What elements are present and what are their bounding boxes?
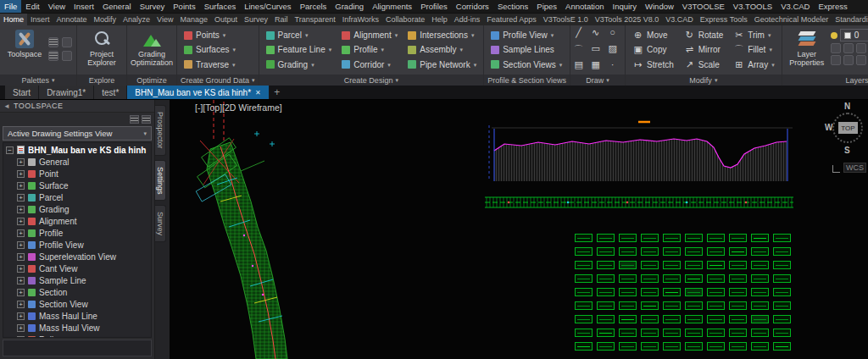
menu-item[interactable]: Survey <box>136 0 170 14</box>
expand-icon[interactable]: + <box>17 312 25 320</box>
expand-icon[interactable]: + <box>17 301 25 308</box>
tree-item[interactable]: + Mass Haul Line <box>3 310 151 322</box>
panel-label-optimize[interactable]: Optimize <box>127 75 176 86</box>
table-icon[interactable]: ▦ <box>590 59 601 74</box>
ribbon-tab[interactable]: Home <box>0 14 27 25</box>
expand-icon[interactable]: + <box>17 206 25 213</box>
expand-icon[interactable]: + <box>17 289 25 296</box>
menu-item[interactable]: View <box>44 0 70 14</box>
layer-on-bulb-icon[interactable] <box>831 32 837 39</box>
view-selector-dropdown[interactable]: Active Drawing Settings View ▾ <box>3 126 152 141</box>
menu-item[interactable]: Edit <box>21 0 43 14</box>
viewcube[interactable]: N W TOP S WCS <box>827 102 868 186</box>
properties-palette-icon[interactable] <box>48 37 58 47</box>
tree-item[interactable]: + Grading <box>3 203 151 215</box>
toolspace-side-tab[interactable]: Settings <box>155 160 166 202</box>
ribbon-button[interactable]: ⇌ Mirror <box>680 42 727 57</box>
ribbon-button[interactable]: Profile View ▾ <box>487 28 566 42</box>
expand-icon[interactable]: + <box>17 336 25 339</box>
tree-item[interactable]: + Point <box>3 168 151 180</box>
panel-label-palettes[interactable]: Palettes ▾ <box>0 75 76 86</box>
ribbon-tab[interactable]: Add-ins <box>451 14 484 25</box>
ribbon-button[interactable]: ↗ Scale <box>680 58 727 72</box>
tree-item[interactable]: + Profile View <box>3 239 151 251</box>
ribbon-button[interactable]: Profile ▾ <box>337 42 402 57</box>
menu-item[interactable]: Express <box>814 0 851 14</box>
grading-optimization-button[interactable]: Grading Optimization <box>130 27 174 73</box>
menu-item[interactable]: File <box>0 0 21 14</box>
ribbon-tab[interactable]: InfraWorks <box>339 14 382 25</box>
document-tab[interactable]: test* ✕ <box>94 86 127 99</box>
expand-icon[interactable]: + <box>17 170 25 178</box>
project-explorer-button[interactable]: Project Explorer <box>80 27 124 73</box>
menu-item[interactable]: V3.CAD <box>776 0 814 14</box>
menu-item[interactable]: Surfaces <box>200 0 241 14</box>
ribbon-tab[interactable]: Output <box>211 14 241 25</box>
arc-icon[interactable]: ⌒ <box>573 43 584 58</box>
menu-item[interactable]: Parcels <box>296 0 331 14</box>
panel-label-create-ground-data[interactable]: Create Ground Data ▾ <box>177 75 259 86</box>
layer-unisolate-icon[interactable] <box>831 55 841 65</box>
tree-item[interactable]: + Section View <box>3 298 151 310</box>
ribbon-button[interactable]: ▣ Copy <box>628 42 678 57</box>
tool-palettes-icon[interactable] <box>62 37 72 47</box>
ribbon-tab[interactable]: Survey <box>241 14 271 25</box>
ribbon-tab[interactable]: Collaborate <box>382 14 428 25</box>
tree-item[interactable]: + Section <box>3 286 151 298</box>
ribbon-tab[interactable]: Rail <box>271 14 292 25</box>
drawing-viewport[interactable]: [-][Top][2D Wireframe] N W TOP S WCS <box>170 100 868 359</box>
panel-label-layers[interactable]: Layers ▾ <box>782 75 868 86</box>
ribbon-button[interactable]: Alignment ▾ <box>337 28 402 42</box>
ribbon-tab[interactable]: V3.CAD <box>662 14 697 25</box>
ribbon-button[interactable]: Points ▾ <box>180 28 240 42</box>
menu-item[interactable]: Window <box>641 0 678 14</box>
viewcube-top-face[interactable]: TOP <box>838 122 858 134</box>
viewcube-south[interactable]: S <box>844 146 850 155</box>
ribbon-button[interactable]: Section Views ▾ <box>487 58 566 72</box>
ribbon-tab[interactable]: Annotate <box>53 14 91 25</box>
point-icon[interactable]: · <box>607 59 618 74</box>
layer-previous-icon[interactable] <box>856 55 866 65</box>
menu-item[interactable]: Sections <box>493 0 532 14</box>
tree-item[interactable]: + Cant View <box>3 262 151 274</box>
tree-item[interactable]: + General <box>3 156 151 168</box>
ribbon-tab[interactable]: Featured Apps <box>483 14 540 25</box>
panel-label-modify[interactable]: Modify ▾ <box>626 75 782 86</box>
expand-icon[interactable]: + <box>17 277 25 284</box>
toolspace-header[interactable]: ◄ TOOLSPACE <box>0 100 154 113</box>
expand-icon[interactable]: + <box>17 241 25 249</box>
hatch-icon[interactable]: ▨ <box>607 43 618 58</box>
toolspace-side-tab[interactable]: Survey <box>155 205 166 242</box>
layer-properties-button[interactable]: Layer Properties <box>785 27 829 73</box>
expand-icon[interactable]: + <box>17 229 25 237</box>
expand-icon[interactable]: + <box>17 182 25 190</box>
ribbon-tab[interactable]: V3ToolsE 1.0 <box>540 14 592 25</box>
expand-icon[interactable]: + <box>17 324 25 332</box>
document-tab[interactable]: Drawing1* ✕ <box>39 86 94 99</box>
expand-icon[interactable]: + <box>17 218 25 225</box>
menu-item[interactable]: Inquiry <box>609 0 642 14</box>
menu-item[interactable]: V3.TOOLS <box>729 0 776 14</box>
collapse-icon[interactable]: − <box>6 146 14 154</box>
rectangle-icon[interactable]: ▭ <box>590 43 601 58</box>
ribbon-button[interactable]: ✂ Trim ▾ <box>729 28 778 42</box>
expand-icon[interactable]: + <box>17 265 25 273</box>
ribbon-button[interactable]: Assembly ▾ <box>403 42 481 57</box>
tree-root-item[interactable]: − BHN_Mau ban ve KS dia hinh <box>3 144 151 156</box>
ucs-indicator[interactable]: WCS <box>832 163 866 173</box>
viewport-controls-label[interactable]: [-][Top][2D Wireframe] <box>195 102 282 113</box>
ribbon-tab[interactable]: Standardized Data Tool <box>832 14 868 25</box>
new-tab-button[interactable]: + <box>270 86 285 99</box>
expand-icon[interactable]: + <box>17 253 25 261</box>
ribbon-button[interactable]: Sample Lines ▾ <box>487 42 566 57</box>
line-icon[interactable]: ╱ <box>573 27 584 41</box>
ribbon-button[interactable]: ⊞ Array ▾ <box>729 58 778 72</box>
tree-item[interactable]: + Rail <box>3 334 151 338</box>
menu-item[interactable]: Grading <box>331 0 368 14</box>
gradient-icon[interactable]: ▤ <box>573 59 584 74</box>
ribbon-button[interactable]: Grading ▾ <box>262 58 337 72</box>
layer-off-icon[interactable] <box>831 43 841 53</box>
tree-item[interactable]: + Mass Haul View <box>3 322 151 334</box>
ribbon-tab[interactable]: Transparent <box>292 14 339 25</box>
menu-item[interactable]: General <box>98 0 136 14</box>
